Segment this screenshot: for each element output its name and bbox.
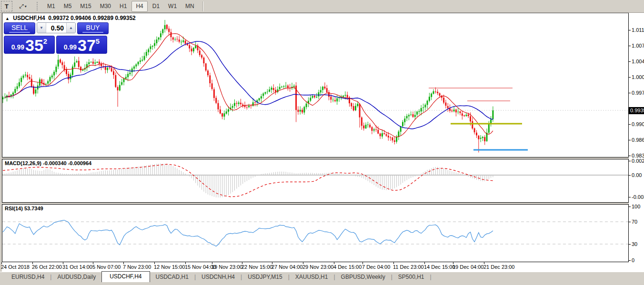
axis-tick-mark — [629, 124, 631, 125]
trading-terminal-window: T ⤢ ▾ M1M5M15M30H1H4D1W1MN ▲ USDCHF,H4 0… — [0, 0, 644, 285]
toolbar: T ⤢ ▾ M1M5M15M30H1H4D1W1MN — [0, 0, 644, 13]
toolbar-separator — [202, 1, 203, 11]
time-axis-label: 11 Dec 23:00 — [393, 264, 424, 270]
axis-label: 0.00 — [632, 172, 642, 178]
macd-pane[interactable] — [2, 159, 629, 203]
chevron-down-icon: ▾ — [25, 4, 27, 9]
axis-label: 0.99730 — [632, 90, 644, 96]
timeframe-button-m30[interactable]: M30 — [96, 1, 115, 11]
sell-button-label: SELL — [11, 24, 28, 31]
axis-label: 0.002492 — [632, 158, 644, 164]
axis-label: 1.00070 — [632, 74, 644, 80]
time-axis-label: 26 Oct 22:00 — [32, 264, 62, 270]
chart-tab-sp500-h1[interactable]: SP500,H1 — [392, 272, 430, 282]
cursor-tool-button[interactable]: ⤢ ▾ — [14, 1, 31, 11]
axis-tick-mark — [629, 61, 631, 62]
buy-price-pipette: 5 — [96, 37, 100, 45]
buy-price-prefix: 0.99 — [64, 43, 77, 51]
current-price-badge: 0.99352 — [629, 107, 644, 114]
rsi-chart — [2, 205, 628, 262]
rsi-indicator-label: RSI(14) 53.7349 — [5, 206, 43, 211]
axis-label: -0.003913 — [632, 194, 644, 200]
volume-input[interactable] — [46, 23, 66, 33]
chart-tab-usdchf-h4[interactable]: USDCHF,H4 — [101, 271, 150, 282]
tab-separator: | — [430, 274, 432, 282]
time-axis-label: 22 Nov 15:00 — [242, 264, 272, 270]
timeframe-button-h4[interactable]: H4 — [131, 1, 147, 12]
axis-label: 0.98690 — [632, 137, 644, 143]
chart-tab-eurusd-h4[interactable]: EURUSD,H4 — [6, 272, 50, 282]
chart-area: ▲ USDCHF,H4 0.99372 0.99406 0.99289 0.99… — [2, 13, 644, 272]
text-tool-button[interactable]: T — [1, 1, 12, 11]
timeframe-button-d1[interactable]: D1 — [149, 1, 163, 11]
time-axis-label: 7 Dec 04:00 — [362, 264, 390, 270]
sell-button-underline — [9, 32, 30, 33]
chart-tab-usdcnh-h4[interactable]: USDCNH,H4 — [196, 272, 241, 282]
buy-price-box[interactable]: 0.99 37 5 — [56, 36, 107, 54]
timeframe-button-h1[interactable]: H1 — [116, 1, 131, 11]
buy-price-big: 37 — [78, 36, 96, 54]
axis-label: 0.99040 — [632, 121, 644, 127]
time-axis-label: 4 Dec 15:00 — [333, 264, 362, 270]
buy-button-underline — [82, 32, 104, 33]
toolbar-grip[interactable] — [37, 2, 40, 10]
timeframe-button-mn[interactable]: MN — [181, 1, 198, 11]
timeframe-button-w1[interactable]: W1 — [164, 1, 181, 11]
sell-price-prefix: 0.99 — [11, 43, 24, 51]
chart-symbol: USDCHF,H4 — [13, 15, 45, 21]
buy-button[interactable]: BUY — [77, 22, 109, 34]
sell-price-big: 35 — [25, 36, 43, 54]
chart-tab-xauusd-h1[interactable]: XAUUSD,H1 — [290, 272, 334, 282]
timeframe-button-m1[interactable]: M1 — [43, 1, 59, 11]
time-axis-label: 5 Nov 07:00 — [92, 264, 121, 270]
time-axis-label: 24 Oct 2018 — [1, 264, 30, 270]
macd-indicator-label: MACD(12,26,9) -0.000340 -0.000964 — [5, 160, 91, 166]
time-axis-label: 31 Oct 14:00 — [62, 264, 92, 270]
rsi-pane[interactable] — [2, 204, 629, 262]
chart-tabbar: EURUSD,H4|AUDUSD,DailyUSDCHF,H4USDCAD,H1… — [0, 272, 644, 282]
axis-label: 1.01110 — [632, 27, 644, 33]
axis-tick-mark — [629, 161, 631, 161]
time-axis-label: 12 Nov 15:00 — [154, 264, 185, 270]
macd-chart — [2, 159, 628, 202]
chart-tab-gbpusd-weekly[interactable]: GBPUSD,Weekly — [335, 272, 391, 282]
axis-label: 1.00770 — [632, 43, 644, 49]
time-axis-label: 19 Dec 04:00 — [453, 264, 483, 270]
timeframe-button-m15[interactable]: M15 — [76, 1, 95, 11]
axis-tick-mark — [629, 197, 631, 197]
one-click-trade-panel: SELL ▼ ▲ BUY 0.99 35 2 — [4, 22, 109, 54]
collapse-triangle-icon[interactable]: ▲ — [5, 16, 10, 21]
timeframe-button-m5[interactable]: M5 — [60, 1, 76, 11]
axis-tick-mark — [629, 93, 631, 93]
time-axis-label: 29 Nov 23:00 — [302, 264, 333, 270]
cursor-icon: ⤢ — [19, 3, 24, 10]
sell-button[interactable]: SELL — [4, 22, 35, 34]
chart-tab-usdcad-h1[interactable]: USDCAD,H1 — [150, 272, 194, 282]
volume-decrease-button[interactable]: ▼ — [37, 23, 46, 33]
time-axis[interactable]: 24 Oct 201826 Oct 22:0031 Oct 14:005 Nov… — [2, 262, 644, 272]
time-axis-label: 19 Nov 23:00 — [211, 264, 242, 270]
sell-price-pipette: 2 — [43, 37, 47, 45]
time-axis-label: 21 Dec 23:00 — [483, 264, 514, 270]
axis-label: 70 — [632, 219, 637, 225]
chart-tab-usdjpy-m15[interactable]: USDJPY,M15 — [242, 272, 288, 282]
axis-tick-mark — [629, 30, 631, 30]
chart-tab-audusd-daily[interactable]: AUDUSD,Daily — [51, 272, 101, 282]
buy-button-label: BUY — [86, 24, 100, 31]
axis-tick-mark — [629, 156, 631, 156]
timeframe-group: M1M5M15M30H1H4D1W1MN — [43, 1, 199, 12]
sell-price-box[interactable]: 0.99 35 2 — [4, 36, 55, 54]
axis-tick-mark — [629, 46, 631, 46]
axis-label: 30 — [632, 241, 637, 247]
axis-tick-mark — [629, 222, 631, 222]
chart-title: ▲ USDCHF,H4 0.99372 0.99406 0.99289 0.99… — [5, 15, 136, 21]
axis-tick-mark — [629, 140, 631, 140]
axis-label: 100 — [632, 204, 640, 209]
time-axis-label: 14 Dec 15:00 — [424, 264, 455, 270]
volume-increase-button[interactable]: ▲ — [66, 23, 75, 33]
volume-stepper: ▼ ▲ — [37, 22, 76, 33]
chart-ohlc-values: 0.99372 0.99406 0.99289 0.99352 — [48, 15, 136, 21]
axis-tick-mark — [629, 244, 631, 245]
time-axis-label: 27 Nov 04:00 — [272, 264, 302, 270]
axis-tick-mark — [629, 175, 631, 176]
